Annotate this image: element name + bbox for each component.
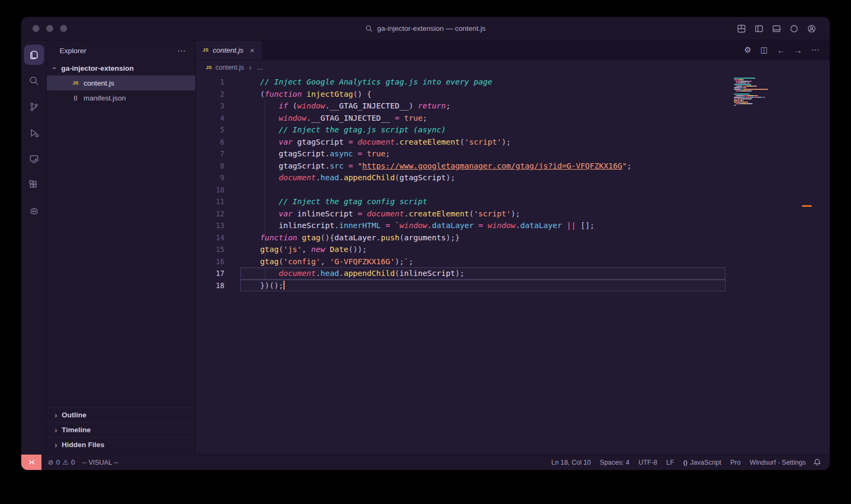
- file-item-manifest.json[interactable]: {}manifest.json: [47, 90, 195, 105]
- activity-remote-explorer[interactable]: [24, 149, 44, 169]
- notifications-bell-icon[interactable]: [813, 458, 830, 466]
- breadcrumb-symbol[interactable]: …: [257, 64, 264, 71]
- traffic-lights: [21, 25, 67, 32]
- close-window-button[interactable]: [32, 25, 39, 32]
- error-icon: ⊘: [48, 458, 53, 466]
- status-item[interactable]: {}JavaScript: [683, 459, 721, 466]
- line-content: document.head.appendChild(gtagScript);: [240, 172, 725, 184]
- status-item[interactable]: Ln 18, Col 10: [551, 459, 590, 466]
- line-number: 16: [196, 256, 240, 268]
- braces-icon: {}: [683, 459, 687, 466]
- status-item[interactable]: Pro: [730, 459, 740, 466]
- close-tab-icon[interactable]: ×: [250, 46, 255, 55]
- line-number: 13: [196, 220, 240, 232]
- line-number: 5: [196, 124, 240, 136]
- activity-bar: [21, 40, 47, 454]
- section-label: Hidden Files: [62, 441, 104, 449]
- activity-cascade-ai[interactable]: [24, 201, 44, 221]
- app-window: ga-injector-extension — content.js: [21, 17, 830, 470]
- remote-indicator-button[interactable]: [21, 455, 41, 470]
- sidebar-section-hidden-files[interactable]: ›Hidden Files: [47, 437, 195, 452]
- status-item[interactable]: LF: [666, 459, 674, 466]
- file-type-icon: JS: [71, 80, 80, 86]
- search-icon: [29, 75, 39, 86]
- code-line[interactable]: 6 var gtagScript = document.createElemen…: [196, 136, 830, 148]
- text-cursor: [283, 281, 285, 290]
- line-content: inlineScript.innerHTML = `window.dataLay…: [240, 220, 725, 232]
- file-tree: › ga-injector-extension JScontent.js{}ma…: [47, 61, 195, 105]
- zoom-window-button[interactable]: [60, 25, 67, 32]
- customize-layout-icon[interactable]: [737, 24, 746, 33]
- status-item[interactable]: Spaces: 4: [600, 459, 630, 466]
- file-label: content.js: [84, 79, 114, 87]
- tree-root-folder[interactable]: › ga-injector-extension: [47, 61, 195, 75]
- status-item[interactable]: UTF-8: [638, 459, 657, 466]
- record-circle-icon[interactable]: [790, 24, 798, 33]
- status-item-label: Pro: [730, 459, 740, 466]
- activity-explorer[interactable]: [24, 45, 44, 65]
- overview-ruler-marker: [802, 205, 812, 207]
- code-line[interactable]: 15gtag('js', new Date());: [196, 243, 830, 256]
- file-label: manifest.json: [84, 94, 126, 102]
- line-number: 4: [196, 112, 240, 124]
- code-line[interactable]: 5 // Inject the gtag.js script (async): [196, 124, 830, 136]
- navigate-back-icon[interactable]: ←: [777, 46, 785, 55]
- code-line[interactable]: 12 var inlineScript = document.createEle…: [196, 208, 830, 220]
- code-line[interactable]: 7 gtagScript.async = true;: [196, 148, 830, 160]
- code-line[interactable]: 4 window.__GTAG_INJECTED__ = true;: [196, 112, 830, 124]
- files-icon: [29, 49, 39, 60]
- code-editor[interactable]: 1// Inject Google Analytics gtag.js into…: [196, 74, 830, 454]
- status-item[interactable]: Windsurf - Settings: [749, 459, 806, 466]
- code-line[interactable]: 17 document.head.appendChild(inlineScrip…: [196, 267, 830, 280]
- activity-run-debug[interactable]: [24, 123, 44, 143]
- code-line[interactable]: 16gtag('config', 'G-VFQFZKX16G');`;: [196, 256, 830, 268]
- activity-extensions[interactable]: [24, 175, 44, 195]
- line-number: 9: [196, 172, 240, 184]
- sidebar-section-outline[interactable]: ›Outline: [47, 407, 195, 422]
- toggle-sidebar-icon[interactable]: [755, 24, 763, 33]
- account-icon[interactable]: [807, 24, 816, 33]
- sidebar-more-actions-icon[interactable]: ⋯: [177, 46, 186, 56]
- toggle-panel-icon[interactable]: [772, 24, 781, 33]
- minimap[interactable]: [734, 78, 773, 106]
- tab-bar: JS content.js × ⚙ ◫ ← → ⋯: [196, 40, 830, 60]
- activity-source-control[interactable]: [24, 97, 44, 117]
- code-line[interactable]: 10: [196, 184, 830, 196]
- minimize-window-button[interactable]: [46, 25, 53, 32]
- settings-gear-icon[interactable]: ⚙: [744, 45, 751, 55]
- code-line[interactable]: 8 gtagScript.src = "https://www.googleta…: [196, 160, 830, 172]
- problems-status[interactable]: ⊘ 0 ⚠ 0: [48, 458, 75, 466]
- line-content: window.__GTAG_INJECTED__ = true;: [240, 112, 725, 124]
- split-editor-icon[interactable]: ◫: [761, 45, 768, 55]
- code-line[interactable]: 13 inlineScript.innerHTML = `window.data…: [196, 220, 830, 232]
- line-content: function gtag(){dataLayer.push(arguments…: [240, 232, 725, 244]
- line-content: gtag('js', new Date());: [240, 243, 725, 256]
- root-folder-label: ga-injector-extension: [61, 64, 134, 72]
- window-title-area: ga-injector-extension — content.js: [21, 24, 830, 32]
- line-content: // Inject Google Analytics gtag.js into …: [240, 76, 725, 88]
- chevron-right-icon: ›: [248, 63, 253, 72]
- navigate-forward-icon[interactable]: →: [794, 46, 802, 55]
- code-line[interactable]: 11 // Inject the gtag config script: [196, 196, 830, 208]
- line-content: [240, 184, 725, 196]
- line-content: gtag('config', 'G-VFQFZKX16G');`;: [240, 256, 725, 268]
- tab-content-js[interactable]: JS content.js ×: [196, 40, 262, 60]
- file-item-content.js[interactable]: JScontent.js: [47, 75, 195, 90]
- breadcrumb[interactable]: JS content.js › …: [196, 60, 830, 74]
- search-icon: [365, 25, 373, 32]
- section-label: Outline: [62, 411, 87, 419]
- code-line[interactable]: 14function gtag(){dataLayer.push(argumen…: [196, 232, 830, 244]
- breadcrumb-file[interactable]: content.js: [215, 64, 244, 71]
- code-line[interactable]: 18})();: [196, 280, 830, 292]
- editor-more-actions-icon[interactable]: ⋯: [811, 45, 819, 55]
- warning-icon: ⚠: [62, 458, 68, 466]
- line-content: })();: [240, 280, 725, 292]
- sidebar-section-timeline[interactable]: ›Timeline: [47, 422, 195, 437]
- tab-label: content.js: [213, 46, 244, 54]
- debug-icon: [29, 128, 39, 138]
- activity-search[interactable]: [24, 71, 44, 91]
- line-number: 12: [196, 208, 240, 220]
- code-line[interactable]: 9 document.head.appendChild(gtagScript);: [196, 172, 830, 184]
- file-type-icon: {}: [71, 95, 80, 100]
- status-item-label: Ln 18, Col 10: [551, 459, 590, 466]
